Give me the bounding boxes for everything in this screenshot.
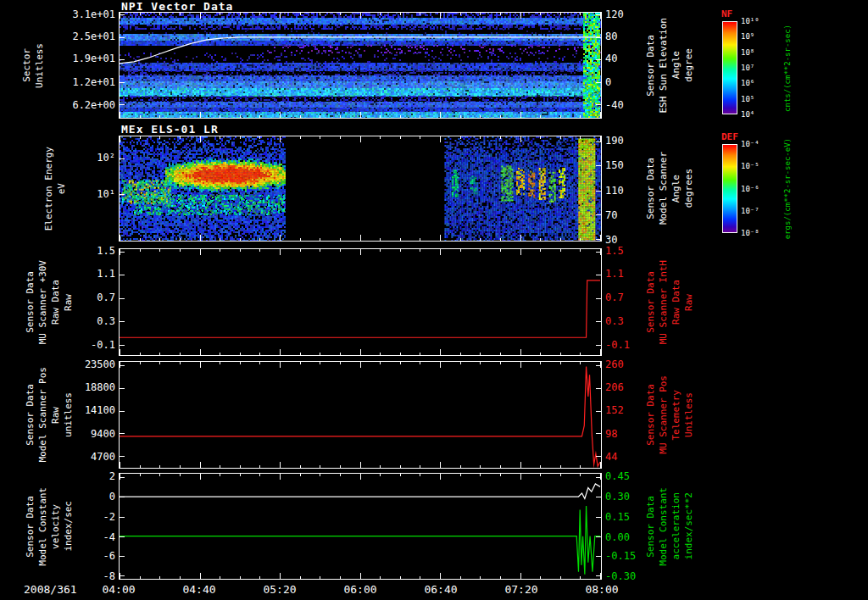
axis-label-line: Sensor Data xyxy=(645,384,656,446)
axis-label-line: index/sec xyxy=(63,501,74,552)
axis-label-line: Angle xyxy=(670,51,682,79)
left-axis-label: Sensor DataModel Constantvelocityindex/s… xyxy=(24,473,75,580)
colorbar-nf-units-text: cnts/(cm**2-sr-sec) xyxy=(782,25,793,112)
right-tick-label: 110 xyxy=(605,185,644,197)
left-axis-label: Electron EnergyeV xyxy=(42,136,68,242)
right-tick-label: 0.00 xyxy=(605,531,644,543)
axis-label-line: velocity xyxy=(50,504,61,549)
right-tick-label: 150 xyxy=(605,159,644,171)
axis-label-line: Model Scanner xyxy=(658,152,669,225)
right-tick-label: 0.7 xyxy=(605,292,644,303)
right-tick-label: -0.30 xyxy=(605,570,644,582)
y-tick-label: 10² xyxy=(63,152,115,164)
x-tick-label: 05:20 xyxy=(254,583,305,596)
axis-label-line: Raw Data xyxy=(50,280,61,325)
colorbar-tick-label: 10⁴ xyxy=(741,110,778,119)
right-tick-label: 1.1 xyxy=(605,268,644,280)
axis-label-line: Electron Energy xyxy=(43,147,54,231)
colorbar-nf-gradient xyxy=(722,21,737,114)
left-axis-label: Sensor DataModel Scanner PosRawunitless xyxy=(24,361,75,469)
colorbar-tick-label: 10⁵ xyxy=(741,95,778,103)
colorbar-tick-label: 10⁹ xyxy=(741,32,778,41)
axis-label-line: Raw Data xyxy=(670,280,682,325)
right-tick-label: -0.1 xyxy=(605,339,644,351)
right-tick-label: 206 xyxy=(605,381,644,393)
axis-label-line: Model Constant xyxy=(658,487,669,566)
y-tick-label: 1.2e+01 xyxy=(63,76,115,88)
axis-label-line: Sensor Data xyxy=(645,496,656,558)
right-tick-label: -0.15 xyxy=(605,550,644,562)
right-tick-label: 260 xyxy=(605,358,644,370)
axis-label-line: Raw xyxy=(63,294,74,311)
axis-label-line: Sensor Data xyxy=(645,271,656,333)
axis-label-line: Unitless xyxy=(34,43,45,88)
y-tick-label: 3.1e+01 xyxy=(63,8,115,20)
colorbar-def-units-text: ergs/(cm**2-sr-sec-eV) xyxy=(782,138,793,239)
x-tick-label: 06:40 xyxy=(415,583,466,596)
y-tick-label: 6.2e+00 xyxy=(63,99,115,111)
y-tick-label: 10¹ xyxy=(63,188,115,200)
right-tick-label: 190 xyxy=(605,135,644,147)
right-tick-label: 80 xyxy=(605,31,644,42)
els-spectrogram-panel xyxy=(119,136,602,242)
axis-label-line: MU Scanner IntH xyxy=(658,260,669,344)
axis-label-line: degree xyxy=(683,48,694,82)
colorbar-def-gradient xyxy=(722,144,737,233)
colorbar-tick-label: 10⁻⁷ xyxy=(741,207,778,215)
axis-label-line: Sector xyxy=(21,48,32,82)
left-axis-label: Sensor DataMU Scanner +30VRaw DataRaw xyxy=(24,248,75,356)
right-axis-label: Sensor DataMU Scanner PosTelemetryUnitle… xyxy=(644,361,695,469)
x-tick-label: 06:00 xyxy=(335,583,386,596)
npi-spectrogram-canvas xyxy=(120,13,601,118)
right-tick-label: 152 xyxy=(605,404,644,416)
colorbar-tick-label: 10⁻⁴ xyxy=(741,140,778,148)
x-tick-label: 07:20 xyxy=(496,583,547,596)
axis-label-line: ESH Sun Elevation xyxy=(658,18,669,114)
right-tick-label: 120 xyxy=(605,8,644,20)
right-tick-label: 70 xyxy=(605,209,644,221)
axis-label-line: Unitless xyxy=(683,392,694,437)
y-tick-label: 1.9e+01 xyxy=(63,53,115,64)
axis-label-line: Model Constant xyxy=(37,487,48,566)
model-constant-canvas xyxy=(120,474,601,579)
colorbar-tick-label: 10⁻⁸ xyxy=(741,229,778,237)
colorbar-tick-label: 10¹⁰ xyxy=(741,17,778,25)
right-tick-label: -40 xyxy=(605,99,644,111)
colorbar-nf-units: cnts/(cm**2-sr-sec) xyxy=(782,11,794,125)
y-tick-label: 2.5e+01 xyxy=(63,31,115,42)
right-tick-label: 98 xyxy=(605,428,644,440)
colorbar-tick-label: 10⁸ xyxy=(741,48,778,57)
axis-label-line: Sensor Data xyxy=(25,496,36,558)
panel-title-npi: NPI Vector Data xyxy=(121,0,233,13)
colorbar-tick-label: 10⁻⁶ xyxy=(741,185,778,193)
x-tick-label: 04:40 xyxy=(174,583,225,596)
axis-label-line: Sensor Data xyxy=(645,35,656,97)
right-tick-label: 0.15 xyxy=(605,511,644,523)
axis-label-line: acceleration xyxy=(670,492,682,559)
els-spectrogram-canvas xyxy=(120,136,601,241)
axis-label-line: MU Scanner Pos xyxy=(658,375,669,454)
right-tick-label: 0.3 xyxy=(605,315,644,327)
x-tick-label: 04:00 xyxy=(93,583,144,596)
model-constant-panel xyxy=(119,473,602,580)
colorbar-nf-label: NF xyxy=(721,8,732,19)
axis-label-line: unitless xyxy=(63,392,74,437)
x-axis-date-label: 2008/361 xyxy=(24,583,77,596)
axis-label-line: Sensor Data xyxy=(645,158,656,219)
colorbar-tick-label: 10⁻⁵ xyxy=(741,162,778,170)
right-tick-label: 40 xyxy=(605,53,644,64)
axis-label-line: Angle xyxy=(670,175,682,203)
axis-label-line: eV xyxy=(56,183,67,194)
axis-label-line: index/sec**2 xyxy=(683,492,694,559)
axis-label-line: Sensor Data xyxy=(25,384,36,446)
mu-scanner-30v-panel xyxy=(119,248,602,356)
right-tick-label: 30 xyxy=(605,234,644,246)
colorbar-def-units: ergs/(cm**2-sr-sec-eV) xyxy=(782,134,794,243)
right-axis-label: Sensor DataMU Scanner IntHRaw DataRaw xyxy=(644,248,695,356)
right-axis-label: Sensor DataESH Sun ElevationAngledegree xyxy=(644,12,695,119)
model-scanner-pos-panel xyxy=(119,361,602,469)
axis-label-line: Sensor Data xyxy=(25,271,36,333)
left-axis-label: SectorUnitless xyxy=(20,12,46,119)
right-axis-label: Sensor DataModel Constantaccelerationind… xyxy=(644,473,695,580)
axis-label-line: Raw xyxy=(683,294,694,311)
